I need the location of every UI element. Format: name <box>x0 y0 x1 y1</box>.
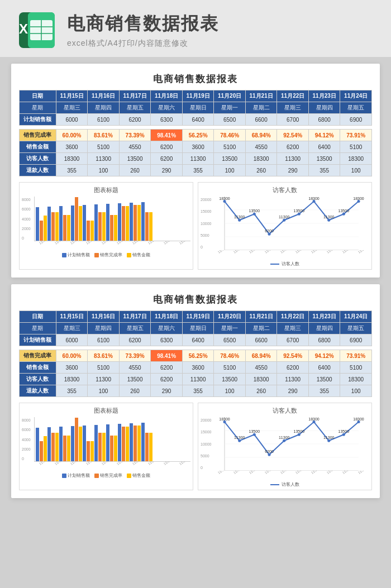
sales-5: 3600 <box>182 141 214 153</box>
svg-point-23 <box>223 200 226 203</box>
refund-6: 100 <box>214 165 246 176</box>
col-1116: 11月16日 <box>88 90 120 102</box>
plan-1: 6000 <box>56 114 88 126</box>
line-chart-legend-2: 访客人数 <box>201 481 369 487</box>
sales-10: 5100 <box>340 141 372 153</box>
page-title: 电商销售数据报表 <box>67 12 219 36</box>
svg-point-56 <box>342 433 345 436</box>
bar-plan-1 <box>36 207 39 241</box>
svg-text:11300: 11300 <box>234 215 245 219</box>
table-row-spacer-2 <box>20 346 372 350</box>
weekday-6: 星期一 <box>214 102 246 114</box>
table-row-date: 日期 11月15日 11月16日 11月17日 11月18日 11月19日 11… <box>20 90 372 102</box>
visitors-7: 18300 <box>245 153 277 165</box>
weekday-1: 星期三 <box>56 102 88 114</box>
table-row-date-2: 日期 11月15日 11月16日 11月17日 11月18日 11月19日 11… <box>20 311 372 323</box>
visitors-3: 13500 <box>119 153 151 165</box>
svg-point-49 <box>238 439 241 442</box>
line-chart-svg-2: 18300 11300 13500 6200 11300 13500 18300… <box>214 417 369 471</box>
weekday-header: 星期 <box>20 102 56 114</box>
weekday-8: 星期三 <box>277 102 309 114</box>
svg-point-48 <box>223 420 226 423</box>
weekday-10: 星期五 <box>340 102 372 114</box>
svg-point-28 <box>298 213 301 216</box>
sales-6: 5100 <box>214 141 246 153</box>
data-table-1: 日期 11月15日 11月16日 11月17日 11月18日 11月19日 11… <box>19 90 372 176</box>
col-1120: 11月20日 <box>214 90 246 102</box>
svg-text:6200: 6200 <box>265 450 274 453</box>
plan-2: 6100 <box>88 114 120 126</box>
plan-9: 6800 <box>308 114 340 126</box>
line-chart-box-2: 访客人数 20000150001000050000 18300 11300 13… <box>198 403 372 490</box>
col-1124: 11月24日 <box>340 90 372 102</box>
rate-header: 销售完成率 <box>20 130 56 141</box>
plan-3: 6200 <box>119 114 151 126</box>
col-1121: 11月21日 <box>245 90 277 102</box>
line-chart-title-2: 访客人数 <box>201 407 369 415</box>
refund-8: 290 <box>277 165 309 176</box>
svg-text:11300: 11300 <box>279 215 290 219</box>
data-table-2: 日期 11月15日 11月16日 11月17日 11月18日 11月19日 11… <box>19 310 372 397</box>
col-1117: 11月17日 <box>119 90 151 102</box>
visitors-10: 18300 <box>340 153 372 165</box>
svg-text:18300: 18300 <box>308 417 320 421</box>
excel-logo-icon: X <box>17 10 57 50</box>
col-header-date: 日期 <box>20 90 56 102</box>
svg-text:18300: 18300 <box>219 197 230 200</box>
plan-10: 6900 <box>340 114 372 126</box>
spacer-cell <box>20 126 372 130</box>
svg-point-55 <box>327 439 330 442</box>
refund-5: 355 <box>182 165 214 176</box>
report-title-2: 电商销售数据报表 <box>19 293 372 306</box>
table-row-visitors: 访客人数 18300 11300 13500 6200 11300 13500 … <box>20 153 372 165</box>
col-1119: 11月19日 <box>182 90 214 102</box>
sales-4: 6200 <box>151 141 183 153</box>
header-text-block: 电商销售数据报表 excel格式/A4打印/内容随意修改 <box>67 12 219 49</box>
svg-point-54 <box>313 420 316 423</box>
plan-7: 6600 <box>245 114 277 126</box>
plan-4: 6300 <box>151 114 183 126</box>
svg-text:11300: 11300 <box>323 215 335 219</box>
line-chart-legend-1: 访客人数 <box>201 261 369 267</box>
table-row-visitors-2: 访客人数 18300 11300 13500 6200 11300 13500 … <box>20 374 372 385</box>
bar-chart-box-2: 图表标题 80006000400020000 <box>19 403 193 490</box>
line-chart-title-1: 访客人数 <box>201 186 369 194</box>
bar-chart-legend-2: 计划销售额 销售完成率 销售金额 <box>22 472 190 479</box>
refund-7: 260 <box>245 165 277 176</box>
table-row-plan-2: 计划销售额 6000 6100 6200 6300 6400 6500 6600… <box>20 334 372 346</box>
bar-chart-title-1: 图表标题 <box>22 186 190 194</box>
visitors-4: 6200 <box>151 153 183 165</box>
svg-text:13500: 13500 <box>294 429 305 433</box>
header-section: X 电商销售数据报表 excel格式/A4打印/内容随意修改 <box>0 0 391 57</box>
plan-6: 6500 <box>214 114 246 126</box>
visitors-6: 13500 <box>214 153 246 165</box>
table-row-weekday: 星期 星期三 星期四 星期五 星期六 星期日 星期一 星期二 星期三 星期四 星… <box>20 102 372 114</box>
bar-chart-legend-1: 计划销售额 销售完成率 销售金额 <box>22 252 190 258</box>
visitors-2: 11300 <box>88 153 120 165</box>
sales-3: 4550 <box>119 141 151 153</box>
sales-8: 6200 <box>277 141 309 153</box>
bar-chart-title-2: 图表标题 <box>22 407 190 415</box>
weekday-9: 星期四 <box>308 102 340 114</box>
rate-4-special: 98.41% <box>151 130 183 141</box>
weekday-2: 星期四 <box>88 102 120 114</box>
svg-text:13500: 13500 <box>338 209 350 213</box>
charts-row-2: 图表标题 80006000400020000 <box>19 403 372 490</box>
svg-point-57 <box>357 420 360 423</box>
line-chart-box-1: 访客人数 20000150001000050000 <box>198 182 372 270</box>
line-chart-svg-1: 18300 11300 13500 6200 11300 13500 18300… <box>214 197 369 250</box>
col-1122: 11月22日 <box>277 90 309 102</box>
refund-3: 260 <box>119 165 151 176</box>
rate-1: 60.00% <box>56 130 88 141</box>
rate-3: 73.39% <box>119 130 151 141</box>
table-row-refund: 退款人数 355 100 260 290 355 100 260 290 355… <box>20 165 372 176</box>
rate-5: 56.25% <box>182 130 214 141</box>
svg-text:13500: 13500 <box>338 429 350 433</box>
table-row-sales: 销售金额 3600 5100 4550 6200 3600 5100 4550 … <box>20 141 372 153</box>
svg-text:13500: 13500 <box>249 209 260 213</box>
visitors-header: 访客人数 <box>20 153 56 165</box>
rate-2: 83.61% <box>88 130 120 141</box>
rate-8: 92.54% <box>277 130 309 141</box>
charts-row-1: 图表标题 80006000400020000 <box>19 182 372 270</box>
visitors-5: 11300 <box>182 153 214 165</box>
